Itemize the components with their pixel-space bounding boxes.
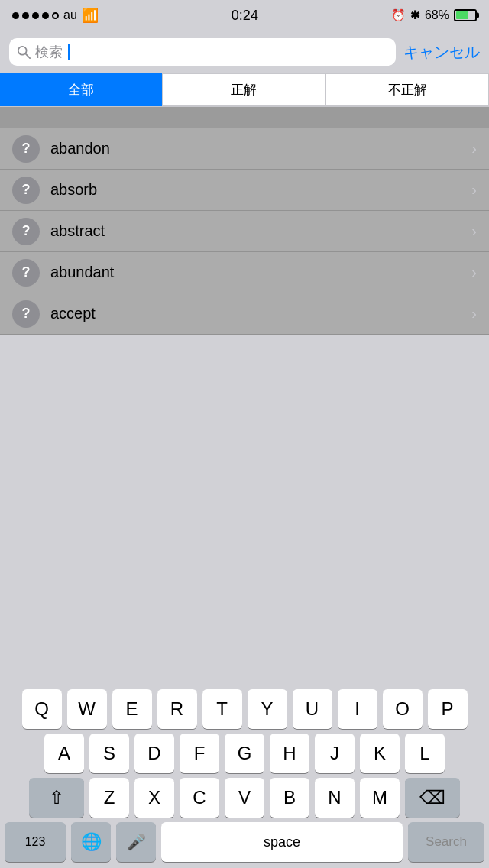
key-j[interactable]: J	[315, 734, 355, 773]
time-label: 0:24	[232, 8, 258, 24]
search-bar: 検索 キャンセル	[0, 31, 489, 73]
word-status-icon: ?	[12, 259, 40, 287]
delete-key[interactable]: ⌫	[405, 778, 460, 818]
word-status-icon: ?	[12, 135, 40, 163]
search-placeholder: 検索	[35, 43, 63, 61]
key-r[interactable]: R	[157, 689, 197, 729]
chevron-icon: ›	[471, 181, 477, 199]
key-l[interactable]: L	[405, 734, 445, 773]
svg-point-0	[18, 47, 27, 55]
signal-dots	[12, 12, 59, 19]
key-u[interactable]: U	[293, 689, 332, 729]
key-p[interactable]: P	[428, 689, 468, 729]
space-key[interactable]: space	[161, 822, 403, 862]
chevron-icon: ›	[471, 264, 477, 281]
segment-correct[interactable]: 正解	[162, 73, 325, 106]
key-m[interactable]: M	[360, 778, 400, 818]
key-g[interactable]: G	[225, 734, 264, 773]
bluetooth-icon: ✱	[410, 8, 420, 22]
battery-percent: 68%	[425, 8, 449, 22]
segment-incorrect[interactable]: 不正解	[325, 73, 489, 106]
chevron-icon: ›	[471, 140, 477, 157]
keyboard-row-1: Q W E R T Y U I O P	[0, 685, 489, 729]
search-key[interactable]: Search	[408, 822, 484, 862]
list-item[interactable]: ? abstract ›	[0, 211, 489, 252]
word-label: absorb	[50, 181, 471, 199]
word-status-icon: ?	[12, 218, 40, 245]
search-input-wrap[interactable]: 検索	[9, 38, 396, 66]
key-n[interactable]: N	[315, 778, 355, 818]
carrier-label: au	[63, 8, 77, 22]
key-t[interactable]: T	[202, 689, 242, 729]
svg-line-1	[26, 54, 30, 58]
word-label: abstract	[50, 222, 471, 240]
key-x[interactable]: X	[134, 778, 174, 818]
numbers-key[interactable]: 123	[5, 822, 66, 862]
key-e[interactable]: E	[112, 689, 152, 729]
list-item[interactable]: ? accept ›	[0, 293, 489, 335]
keyboard-bottom-row: 123 🌐 🎤 space Search	[0, 818, 489, 868]
key-i[interactable]: I	[338, 689, 377, 729]
shift-key[interactable]: ⇧	[29, 778, 84, 818]
key-d[interactable]: D	[134, 734, 174, 773]
wifi-icon: 📶	[82, 7, 99, 24]
segment-control: 全部 正解 不正解	[0, 73, 489, 107]
word-status-icon: ?	[12, 177, 40, 204]
word-status-icon: ?	[12, 300, 40, 328]
key-k[interactable]: K	[360, 734, 400, 773]
key-z[interactable]: Z	[89, 778, 129, 818]
word-label: accept	[50, 305, 471, 322]
list-item[interactable]: ? absorb ›	[0, 170, 489, 211]
alarm-icon: ⏰	[391, 8, 406, 22]
key-f[interactable]: F	[180, 734, 219, 773]
key-q[interactable]: Q	[22, 689, 62, 729]
keyboard-row-2: A S D F G H J K L	[0, 729, 489, 773]
battery-icon	[454, 9, 477, 21]
list-area: ? abandon › ? absorb › ? abstract › ? ab…	[0, 107, 489, 335]
keyboard-row-3: ⇧ Z X C V B N M ⌫	[0, 773, 489, 818]
chevron-icon: ›	[471, 222, 477, 240]
key-h[interactable]: H	[270, 734, 309, 773]
status-left: au 📶	[12, 7, 99, 24]
search-icon	[17, 45, 31, 59]
word-label: abandon	[50, 140, 471, 157]
segment-all[interactable]: 全部	[0, 73, 162, 106]
globe-key[interactable]: 🌐	[71, 822, 111, 862]
word-label: abundant	[50, 264, 471, 281]
keyboard: Q W E R T Y U I O P A S D F G H J K L ⇧ …	[0, 685, 489, 868]
key-v[interactable]: V	[225, 778, 264, 818]
list-item[interactable]: ? abundant ›	[0, 252, 489, 293]
key-a[interactable]: A	[44, 734, 84, 773]
key-o[interactable]: O	[383, 689, 423, 729]
key-w[interactable]: W	[67, 689, 107, 729]
list-section-header	[0, 107, 489, 128]
search-cursor	[68, 44, 70, 60]
key-y[interactable]: Y	[248, 689, 287, 729]
list-item[interactable]: ? abandon ›	[0, 128, 489, 170]
status-right: ⏰ ✱ 68%	[391, 8, 477, 22]
key-c[interactable]: C	[180, 778, 219, 818]
status-bar: au 📶 0:24 ⏰ ✱ 68%	[0, 0, 489, 31]
battery-fill	[456, 11, 468, 19]
key-s[interactable]: S	[89, 734, 129, 773]
cancel-button[interactable]: キャンセル	[403, 42, 480, 63]
microphone-key[interactable]: 🎤	[116, 822, 156, 862]
key-b[interactable]: B	[270, 778, 309, 818]
chevron-icon: ›	[471, 305, 477, 322]
